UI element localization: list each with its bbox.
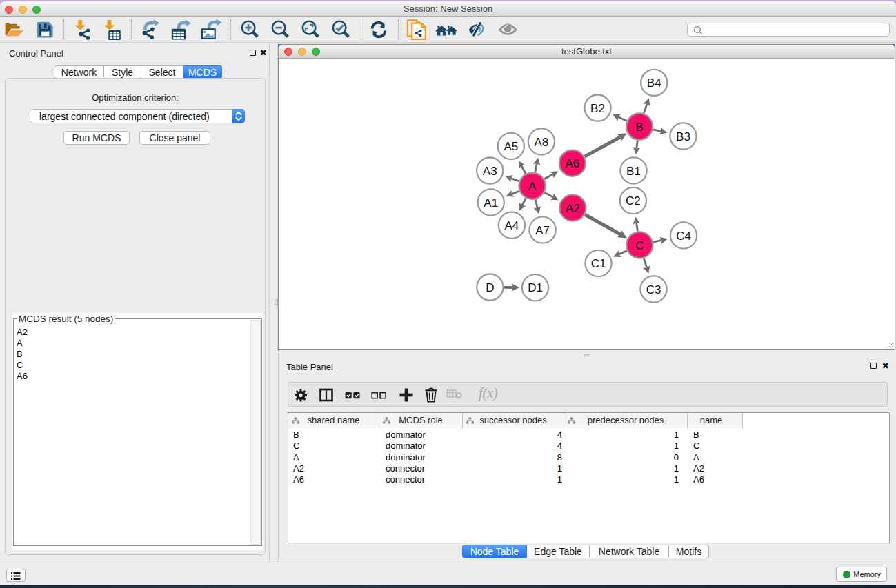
svg-text:A8: A8 [535, 136, 549, 149]
svg-text:C2: C2 [626, 194, 641, 207]
svg-text:B2: B2 [590, 102, 605, 115]
svg-text:D1: D1 [528, 281, 543, 294]
svg-text:C3: C3 [646, 283, 661, 296]
svg-text:B: B [635, 121, 643, 134]
svg-text:A: A [528, 180, 537, 193]
svg-text:A1: A1 [484, 196, 498, 210]
svg-text:A2: A2 [566, 202, 580, 215]
svg-text:C: C [635, 239, 644, 252]
svg-text:D: D [486, 281, 494, 294]
svg-text:A3: A3 [483, 165, 497, 178]
svg-text:C1: C1 [591, 257, 606, 270]
svg-text:A4: A4 [505, 219, 519, 232]
svg-text:B1: B1 [626, 165, 641, 178]
svg-text:C4: C4 [676, 230, 691, 243]
svg-text:A6: A6 [565, 157, 579, 170]
svg-text:A5: A5 [504, 140, 518, 153]
svg-text:B4: B4 [647, 77, 661, 90]
svg-text:A7: A7 [535, 224, 550, 237]
svg-text:B3: B3 [676, 130, 690, 143]
